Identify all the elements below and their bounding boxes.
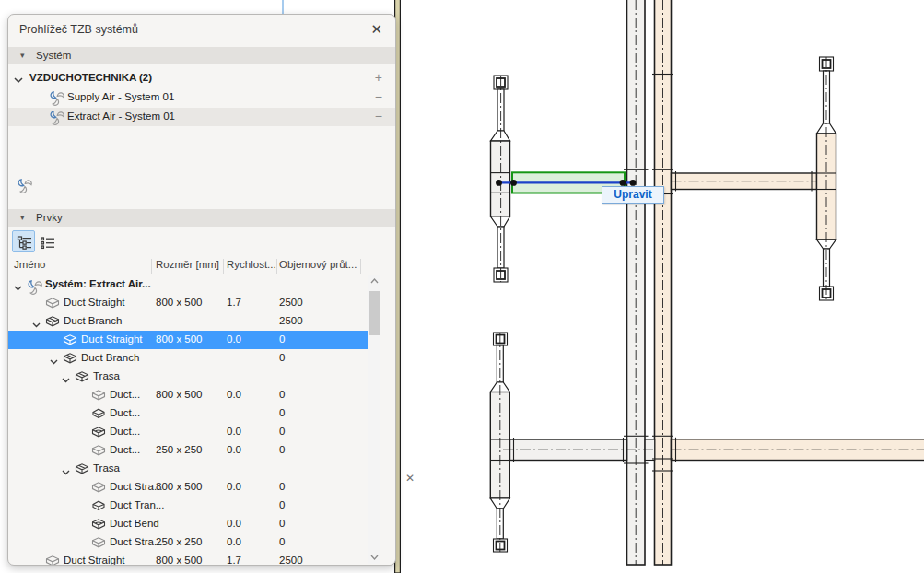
close-icon[interactable]: ✕ (370, 21, 382, 38)
element-row[interactable]: Duct Straight800 x 5000.00 (8, 331, 368, 349)
element-row[interactable]: Duct...0 (8, 404, 368, 423)
duct-branch-icon (45, 315, 60, 330)
fan-icon (49, 109, 65, 128)
table-header[interactable]: Jméno Rozměr [mm] Rychlost... Objemový p… (8, 257, 395, 275)
column-header-velocity[interactable]: Rychlost... (227, 259, 276, 270)
element-row[interactable]: Duct Tran...0 (8, 497, 368, 515)
palette-titlebar[interactable]: Prohlížeč TZB systémů ✕ (8, 15, 395, 46)
element-label: Duct... (110, 407, 140, 418)
column-separator (223, 259, 224, 274)
element-row[interactable]: Duct Bend0.00 (8, 515, 368, 533)
element-velocity: 1.7 (227, 297, 241, 308)
column-separator (360, 259, 361, 274)
section-header-elements[interactable]: ▾ Prvky (8, 209, 395, 227)
duct-straight-icon (45, 297, 60, 311)
fan-icon[interactable] (17, 177, 37, 197)
element-label: Duct... (110, 444, 140, 455)
duct-straight-icon (45, 555, 60, 565)
element-row[interactable]: Duct Stra...250 x 2500.00 (8, 533, 368, 552)
element-flow: 0 (279, 333, 285, 345)
element-flow: 0 (279, 426, 285, 437)
duct-straight-icon (63, 333, 77, 348)
element-row[interactable]: Duct...800 x 5000.00 (8, 386, 368, 404)
air-terminal-assembly-upper-left (491, 76, 510, 282)
element-label: Trasa (93, 370, 120, 381)
guide-line (282, 0, 284, 14)
element-flow: 0 (279, 389, 285, 400)
element-label: Duct... (110, 426, 140, 437)
element-row[interactable]: Duct Straight800 x 5001.72500 (8, 294, 368, 312)
chevron-down-icon[interactable] (14, 282, 22, 293)
element-row[interactable]: Duct Stra...800 x 5000.00 (8, 478, 368, 497)
element-velocity: 0.0 (227, 389, 241, 400)
origin-x-marker: ✕ (405, 472, 415, 485)
fan-icon (49, 89, 65, 109)
element-velocity: 0.0 (227, 444, 241, 455)
list-view-toggle[interactable] (35, 230, 58, 252)
element-size: 250 x 250 (156, 444, 203, 455)
system-item-label: Extract Air - System 01 (67, 111, 175, 122)
section-label: Systém (36, 47, 71, 64)
element-label: Systém: Extract Air... (45, 278, 151, 289)
chevron-down-icon[interactable] (32, 319, 41, 330)
element-row[interactable]: Trasa (8, 368, 368, 386)
remove-system-button[interactable]: − (375, 109, 382, 123)
element-row[interactable]: Systém: Extract Air... (8, 275, 368, 294)
element-label: Duct Straight (64, 555, 124, 565)
element-velocity: 0.0 (227, 426, 241, 437)
duct-straight-icon (91, 444, 106, 459)
element-size: 250 x 250 (156, 536, 203, 547)
duct-straight-icon (91, 536, 106, 551)
element-velocity: 1.7 (227, 555, 241, 565)
duct-transition-icon (91, 407, 106, 422)
column-separator (151, 259, 152, 274)
chevron-down-icon[interactable] (62, 466, 70, 477)
element-label: Duct Bend (110, 518, 159, 529)
element-flow: 2500 (279, 555, 303, 565)
edit-tooltip-button[interactable]: Upravit (602, 186, 664, 204)
remove-system-button[interactable]: − (375, 89, 382, 104)
vertical-scrollbar[interactable] (368, 275, 380, 564)
elements-tree: Systém: Extract Air...Duct Straight800 x… (8, 275, 395, 565)
system-group-row[interactable]: VZDUCHOTECHNIKA (2) + (8, 69, 395, 88)
chevron-down-icon[interactable] (62, 374, 70, 385)
system-group-label: VZDUCHOTECHNIKA (2) (29, 72, 152, 83)
element-velocity: 0.0 (227, 333, 241, 345)
element-label: Duct Straight (81, 333, 142, 345)
element-flow: 0 (279, 481, 285, 492)
element-row[interactable]: Duct...0.00 (8, 423, 368, 441)
element-row[interactable]: Trasa (8, 460, 368, 478)
element-row[interactable]: Duct...250 x 2500.00 (8, 441, 368, 460)
collapse-triangle-icon: ▾ (20, 209, 25, 227)
scroll-up-icon[interactable] (368, 275, 380, 287)
tree-view-toggle[interactable] (12, 230, 35, 252)
duct-centerlines (500, 0, 924, 565)
scrollbar-thumb[interactable] (369, 291, 380, 335)
scroll-down-icon[interactable] (368, 552, 380, 564)
column-header-size[interactable]: Rozměr [mm] (156, 259, 219, 270)
element-label: Duct... (110, 389, 140, 400)
section-header-system[interactable]: ▾ Systém (8, 47, 395, 64)
column-header-name[interactable]: Jméno (14, 259, 46, 270)
chevron-down-icon[interactable] (50, 356, 58, 367)
element-flow: 2500 (279, 297, 303, 308)
element-size: 800 x 500 (156, 481, 203, 492)
collapse-triangle-icon: ▾ (20, 47, 25, 64)
column-header-flow[interactable]: Objemový průt... (279, 259, 357, 270)
add-system-button[interactable]: + (375, 70, 382, 85)
element-row[interactable]: Duct Straight800 x 5001.72500 (8, 552, 368, 565)
duct-branch-icon (63, 352, 77, 367)
element-row[interactable]: Duct Branch2500 (8, 312, 368, 331)
element-flow: 0 (279, 444, 285, 455)
system-item[interactable]: Extract Air - System 01− (8, 108, 395, 126)
element-flow: 0 (279, 518, 285, 529)
element-label: Duct Tran... (110, 499, 164, 510)
element-size: 800 x 500 (156, 333, 203, 345)
element-label: Duct Stra... (110, 481, 163, 492)
system-item[interactable]: Supply Air - System 01− (8, 88, 395, 107)
element-row[interactable]: Duct Branch0 (8, 349, 368, 368)
element-velocity: 0.0 (227, 518, 241, 529)
element-velocity: 0.0 (227, 481, 241, 492)
duct-branch-icon (75, 462, 89, 477)
element-label: Duct Branch (64, 315, 122, 326)
